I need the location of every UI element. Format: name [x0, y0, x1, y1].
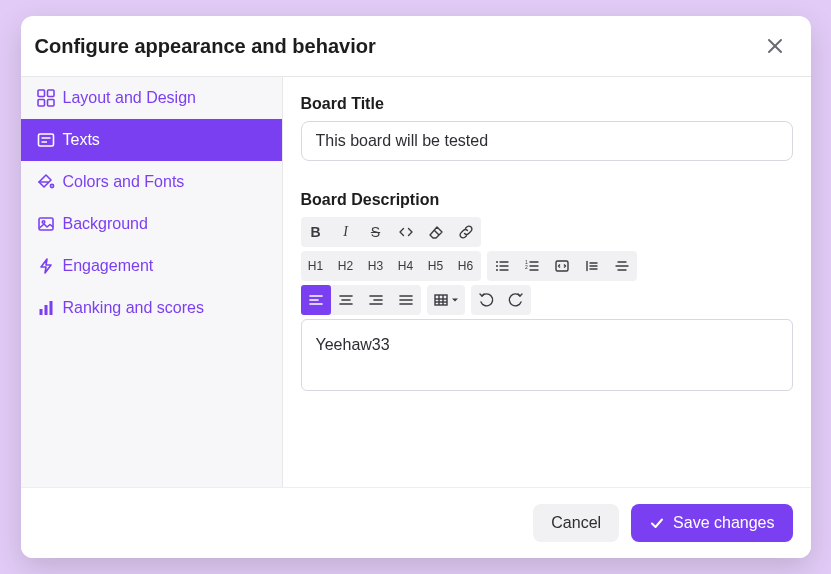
- sidebar-item-background[interactable]: Background: [21, 203, 282, 245]
- sidebar-item-label: Engagement: [63, 257, 154, 275]
- link-icon: [458, 224, 474, 240]
- sidebar-item-label: Ranking and scores: [63, 299, 204, 317]
- sidebar-item-layout[interactable]: Layout and Design: [21, 77, 282, 119]
- align-center-icon: [338, 292, 354, 308]
- config-dialog: Configure appearance and behavior Layout…: [21, 16, 811, 558]
- h5-button[interactable]: H5: [421, 251, 451, 281]
- svg-text:2: 2: [525, 264, 528, 270]
- dialog-header: Configure appearance and behavior: [21, 16, 811, 76]
- save-button-label: Save changes: [673, 514, 774, 532]
- h6-button[interactable]: H6: [451, 251, 481, 281]
- svg-point-16: [496, 261, 498, 263]
- board-description-field: Board Description B I S: [301, 191, 793, 391]
- codeblock-button[interactable]: [547, 251, 577, 281]
- hr-icon: [614, 258, 630, 274]
- chevron-down-icon: [451, 296, 459, 304]
- sidebar-item-label: Texts: [63, 131, 100, 149]
- sidebar-item-ranking[interactable]: Ranking and scores: [21, 287, 282, 329]
- svg-rect-14: [49, 301, 52, 315]
- editor-toolbar-row-1: B I S: [301, 217, 793, 251]
- italic-button[interactable]: I: [331, 217, 361, 247]
- check-icon: [649, 515, 665, 531]
- sidebar-item-engagement[interactable]: Engagement: [21, 245, 282, 287]
- bold-button[interactable]: B: [301, 217, 331, 247]
- main-panel: Board Title Board Description B I S: [283, 77, 811, 487]
- align-left-button[interactable]: [301, 285, 331, 315]
- bullet-list-button[interactable]: [487, 251, 517, 281]
- sidebar-item-label: Background: [63, 215, 148, 233]
- sidebar-item-label: Layout and Design: [63, 89, 196, 107]
- svg-rect-47: [435, 295, 447, 305]
- sidebar: Layout and Design Texts Colors and Fonts…: [21, 77, 283, 487]
- svg-rect-13: [44, 305, 47, 315]
- lightning-icon: [37, 257, 55, 275]
- quote-button[interactable]: [577, 251, 607, 281]
- redo-icon: [508, 292, 524, 308]
- svg-point-9: [50, 184, 53, 187]
- svg-rect-4: [38, 100, 45, 107]
- svg-rect-12: [39, 309, 42, 315]
- hr-button[interactable]: [607, 251, 637, 281]
- close-button[interactable]: [763, 34, 787, 58]
- svg-rect-2: [38, 90, 45, 97]
- h1-button[interactable]: H1: [301, 251, 331, 281]
- strike-button[interactable]: S: [361, 217, 391, 247]
- board-title-input[interactable]: [301, 121, 793, 161]
- dialog-footer: Cancel Save changes: [21, 487, 811, 558]
- erase-icon: [428, 224, 444, 240]
- svg-point-17: [496, 265, 498, 267]
- align-justify-button[interactable]: [391, 285, 421, 315]
- board-title-field: Board Title: [301, 95, 793, 161]
- svg-line-15: [434, 230, 439, 235]
- svg-rect-10: [39, 218, 53, 230]
- save-button[interactable]: Save changes: [631, 504, 792, 542]
- editor-frame: Yeehaw33: [301, 319, 793, 391]
- svg-rect-27: [556, 261, 568, 271]
- ordered-list-button[interactable]: 12: [517, 251, 547, 281]
- h4-button[interactable]: H4: [391, 251, 421, 281]
- table-icon: [433, 292, 449, 308]
- codeblock-icon: [554, 258, 570, 274]
- dialog-title: Configure appearance and behavior: [35, 35, 376, 58]
- bullet-list-icon: [494, 258, 510, 274]
- board-description-label: Board Description: [301, 191, 793, 209]
- code-icon: [398, 224, 414, 240]
- texts-icon: [37, 131, 55, 149]
- editor-toolbar-row-2: H1 H2 H3 H4 H5 H6 12: [301, 251, 793, 285]
- close-icon: [765, 36, 785, 56]
- h2-button[interactable]: H2: [331, 251, 361, 281]
- sidebar-item-texts[interactable]: Texts: [21, 119, 282, 161]
- ordered-list-icon: 12: [524, 258, 540, 274]
- svg-point-18: [496, 269, 498, 271]
- undo-button[interactable]: [471, 285, 501, 315]
- erase-button[interactable]: [421, 217, 451, 247]
- align-left-icon: [308, 292, 324, 308]
- board-description-editor[interactable]: Yeehaw33: [302, 320, 792, 390]
- table-button[interactable]: [427, 285, 465, 315]
- paint-icon: [37, 173, 55, 191]
- svg-rect-6: [38, 134, 53, 146]
- sidebar-item-label: Colors and Fonts: [63, 173, 185, 191]
- layout-icon: [37, 89, 55, 107]
- editor-toolbar-row-3: [301, 285, 793, 319]
- h3-button[interactable]: H3: [361, 251, 391, 281]
- align-center-button[interactable]: [331, 285, 361, 315]
- link-button[interactable]: [451, 217, 481, 247]
- dialog-body: Layout and Design Texts Colors and Fonts…: [21, 76, 811, 487]
- svg-rect-3: [47, 90, 54, 97]
- redo-button[interactable]: [501, 285, 531, 315]
- cancel-button[interactable]: Cancel: [533, 504, 619, 542]
- image-icon: [37, 215, 55, 233]
- undo-icon: [478, 292, 494, 308]
- ranking-icon: [37, 299, 55, 317]
- svg-rect-5: [47, 100, 54, 107]
- align-justify-icon: [398, 292, 414, 308]
- board-title-label: Board Title: [301, 95, 793, 113]
- code-button[interactable]: [391, 217, 421, 247]
- svg-point-11: [42, 221, 45, 224]
- align-right-button[interactable]: [361, 285, 391, 315]
- sidebar-item-colors[interactable]: Colors and Fonts: [21, 161, 282, 203]
- quote-icon: [584, 258, 600, 274]
- align-right-icon: [368, 292, 384, 308]
